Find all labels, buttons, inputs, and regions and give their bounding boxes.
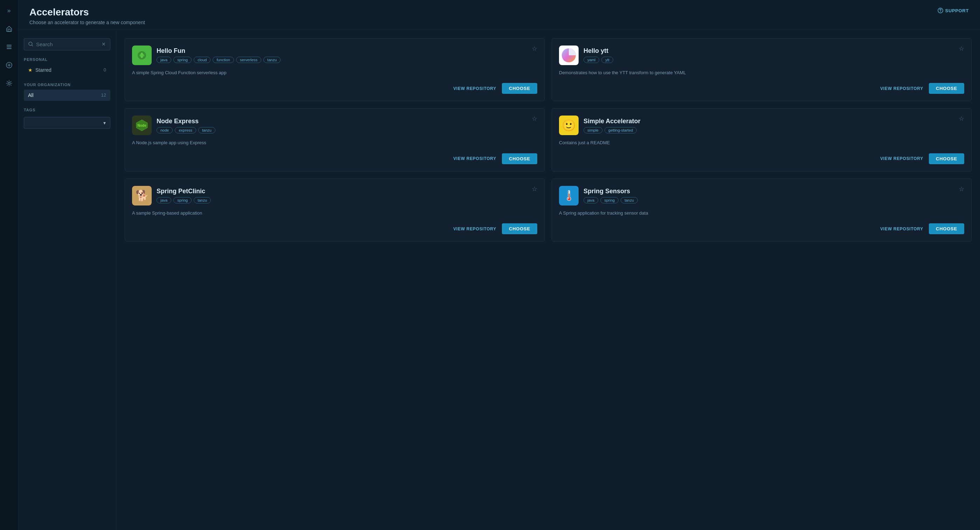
card-description: A sample Spring-based application — [132, 210, 537, 217]
tag-badge: getting-started — [605, 127, 637, 133]
card-tags: javaspringtanzu — [157, 197, 211, 203]
tags-dropdown[interactable]: ▾ — [24, 117, 110, 129]
all-filter[interactable]: All 12 — [24, 90, 110, 101]
sidebar: » — [0, 0, 18, 530]
card-tags: nodeexpresstanzu — [157, 127, 215, 133]
card-description: Demonstrates how to use the YTT transfor… — [559, 69, 964, 76]
card-title-area: 🙂 Simple Accelerator simplegetting-start… — [559, 116, 640, 135]
starred-filter-left: ★ Starred — [28, 67, 51, 73]
support-label: SUPPORT — [945, 8, 969, 13]
page-title: Accelerators — [29, 6, 145, 18]
card-info: Spring PetClinic javaspringtanzu — [157, 188, 211, 203]
starred-count: 0 — [104, 67, 106, 73]
star-button[interactable]: ☆ — [532, 116, 537, 122]
svg-text:Node: Node — [138, 124, 146, 127]
card-hello-ytt: Hello ytt yamlytt ☆ Demonstrates how to … — [552, 38, 972, 102]
tag-badge: spring — [173, 57, 192, 63]
svg-rect-1 — [6, 45, 11, 46]
card-title-area: 🐕 Spring PetClinic javaspringtanzu — [132, 186, 211, 205]
view-repository-link[interactable]: VIEW REPOSITORY — [453, 86, 496, 91]
card-tags: yamlytt — [584, 57, 613, 63]
choose-button[interactable]: CHOOSE — [929, 153, 964, 164]
choose-button[interactable]: CHOOSE — [502, 153, 537, 164]
org-section: YOUR ORGANIZATION All 12 — [24, 83, 110, 101]
tag-badge: tanzu — [263, 57, 280, 63]
header: Accelerators Choose an accelerator to ge… — [18, 0, 980, 30]
choose-button[interactable]: CHOOSE — [502, 223, 537, 234]
list-icon[interactable] — [4, 42, 14, 52]
tag-badge: simple — [584, 127, 603, 133]
card-info: Hello Fun javaspringcloudfunctionserverl… — [157, 47, 280, 63]
search-icon — [29, 42, 33, 46]
support-icon — [938, 8, 943, 13]
tag-badge: serverless — [236, 57, 261, 63]
tag-badge: tanzu — [620, 197, 638, 203]
all-filter-left: All — [28, 92, 33, 98]
card-name: Spring PetClinic — [157, 188, 211, 195]
search-input[interactable] — [36, 41, 99, 47]
starred-filter[interactable]: ★ Starred 0 — [24, 64, 110, 76]
view-repository-link[interactable]: VIEW REPOSITORY — [453, 227, 496, 232]
card-description: A Spring application for tracking sensor… — [559, 210, 964, 217]
view-repository-link[interactable]: VIEW REPOSITORY — [880, 156, 923, 161]
choose-button[interactable]: CHOOSE — [929, 223, 964, 234]
card-title-area: Hello Fun javaspringcloudfunctionserverl… — [132, 46, 280, 65]
star-button[interactable]: ☆ — [959, 116, 964, 122]
choose-button[interactable]: CHOOSE — [929, 83, 964, 94]
card-name: Hello Fun — [157, 47, 280, 55]
card-title-area: Hello ytt yamlytt — [559, 46, 613, 65]
personal-section-label: PERSONAL — [24, 57, 110, 62]
card-hello-fun: Hello Fun javaspringcloudfunctionserverl… — [125, 38, 545, 102]
all-count: 12 — [101, 92, 106, 98]
card-tags: javaspringcloudfunctionserverlesstanzu — [157, 57, 280, 63]
card-info: Node Express nodeexpresstanzu — [157, 117, 215, 133]
svg-rect-3 — [6, 48, 11, 49]
star-button[interactable]: ☆ — [959, 186, 964, 192]
support-link[interactable]: SUPPORT — [938, 6, 969, 13]
card-name: Hello ytt — [584, 47, 613, 55]
card-tags: simplegetting-started — [584, 127, 640, 133]
star-button[interactable]: ☆ — [532, 186, 537, 192]
choose-button[interactable]: CHOOSE — [502, 83, 537, 94]
tag-badge: ytt — [601, 57, 613, 63]
card-icon-simple-accelerator: 🙂 — [559, 116, 579, 135]
starred-label: Starred — [35, 67, 51, 73]
card-header: Hello Fun javaspringcloudfunctionserverl… — [132, 46, 537, 65]
card-footer: VIEW REPOSITORY CHOOSE — [559, 223, 964, 234]
add-icon[interactable] — [4, 60, 14, 70]
search-box[interactable]: ✕ — [24, 38, 110, 51]
svg-rect-0 — [8, 29, 10, 32]
home-icon[interactable] — [4, 24, 14, 33]
card-icon-node-express: Node — [132, 116, 152, 135]
card-header: Node Node Express nodeexpresstanzu ☆ — [132, 116, 537, 135]
card-simple-accelerator: 🙂 Simple Accelerator simplegetting-start… — [552, 108, 972, 171]
expand-icon[interactable]: » — [4, 6, 14, 16]
view-repository-link[interactable]: VIEW REPOSITORY — [880, 86, 923, 91]
card-footer: VIEW REPOSITORY CHOOSE — [559, 83, 964, 94]
card-name: Node Express — [157, 117, 215, 125]
clear-icon[interactable]: ✕ — [102, 41, 106, 47]
svg-point-5 — [8, 82, 10, 84]
star-button[interactable]: ☆ — [532, 46, 537, 52]
tag-badge: node — [157, 127, 173, 133]
star-filled-icon: ★ — [28, 67, 33, 73]
star-button[interactable]: ☆ — [959, 46, 964, 52]
tag-badge: java — [157, 57, 171, 63]
view-repository-link[interactable]: VIEW REPOSITORY — [880, 227, 923, 232]
card-footer: VIEW REPOSITORY CHOOSE — [559, 153, 964, 164]
card-description: A Node.js sample app using Express — [132, 139, 537, 146]
card-footer: VIEW REPOSITORY CHOOSE — [132, 223, 537, 234]
tag-badge: tanzu — [194, 197, 211, 203]
settings-icon[interactable] — [4, 78, 14, 88]
tag-badge: spring — [600, 197, 619, 203]
card-icon-hello-ytt — [559, 46, 579, 65]
card-info: Simple Accelerator simplegetting-started — [584, 117, 640, 133]
all-label: All — [28, 92, 33, 98]
card-icon-hello-fun — [132, 46, 152, 65]
view-repository-link[interactable]: VIEW REPOSITORY — [453, 156, 496, 161]
tag-badge: cloud — [194, 57, 210, 63]
header-text-group: Accelerators Choose an accelerator to ge… — [29, 6, 145, 25]
tag-badge: tanzu — [198, 127, 215, 133]
card-title-area: 🌡️ Spring Sensors javaspringtanzu — [559, 186, 638, 205]
card-footer: VIEW REPOSITORY CHOOSE — [132, 83, 537, 94]
